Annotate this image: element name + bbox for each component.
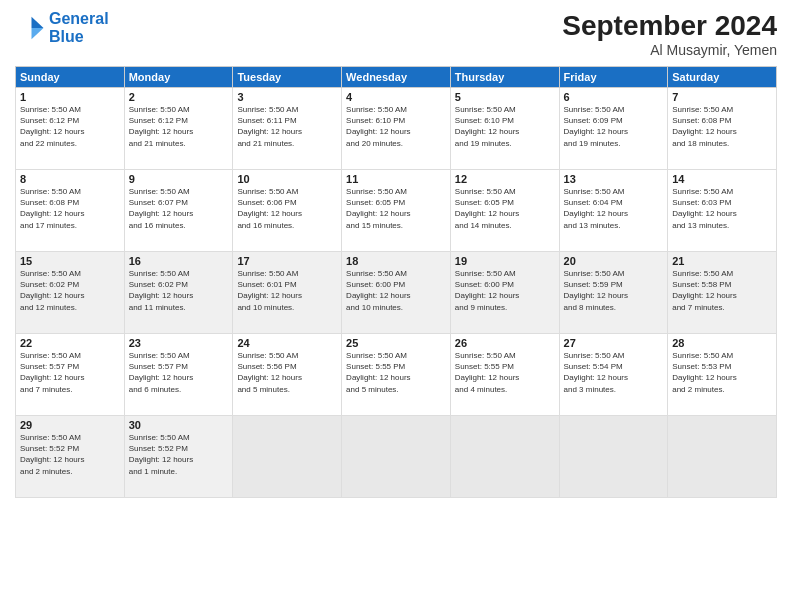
calendar-week-4: 22Sunrise: 5:50 AMSunset: 5:57 PMDayligh… bbox=[16, 334, 777, 416]
col-thursday: Thursday bbox=[450, 67, 559, 88]
day-30: 30Sunrise: 5:50 AMSunset: 5:52 PMDayligh… bbox=[124, 416, 233, 498]
day-22: 22Sunrise: 5:50 AMSunset: 5:57 PMDayligh… bbox=[16, 334, 125, 416]
day-1: 1Sunrise: 5:50 AMSunset: 6:12 PMDaylight… bbox=[16, 88, 125, 170]
day-7: 7Sunrise: 5:50 AMSunset: 6:08 PMDaylight… bbox=[668, 88, 777, 170]
day-27: 27Sunrise: 5:50 AMSunset: 5:54 PMDayligh… bbox=[559, 334, 668, 416]
day-28: 28Sunrise: 5:50 AMSunset: 5:53 PMDayligh… bbox=[668, 334, 777, 416]
col-sunday: Sunday bbox=[16, 67, 125, 88]
day-21: 21Sunrise: 5:50 AMSunset: 5:58 PMDayligh… bbox=[668, 252, 777, 334]
day-19: 19Sunrise: 5:50 AMSunset: 6:00 PMDayligh… bbox=[450, 252, 559, 334]
logo-icon bbox=[15, 13, 45, 43]
svg-marker-1 bbox=[32, 28, 44, 39]
day-25: 25Sunrise: 5:50 AMSunset: 5:55 PMDayligh… bbox=[342, 334, 451, 416]
day-20: 20Sunrise: 5:50 AMSunset: 5:59 PMDayligh… bbox=[559, 252, 668, 334]
day-10: 10Sunrise: 5:50 AMSunset: 6:06 PMDayligh… bbox=[233, 170, 342, 252]
day-empty bbox=[450, 416, 559, 498]
day-12: 12Sunrise: 5:50 AMSunset: 6:05 PMDayligh… bbox=[450, 170, 559, 252]
day-empty bbox=[559, 416, 668, 498]
day-15: 15Sunrise: 5:50 AMSunset: 6:02 PMDayligh… bbox=[16, 252, 125, 334]
day-4: 4Sunrise: 5:50 AMSunset: 6:10 PMDaylight… bbox=[342, 88, 451, 170]
calendar-week-3: 15Sunrise: 5:50 AMSunset: 6:02 PMDayligh… bbox=[16, 252, 777, 334]
day-empty bbox=[233, 416, 342, 498]
svg-marker-0 bbox=[32, 16, 44, 27]
logo-line2: Blue bbox=[49, 28, 84, 45]
day-18: 18Sunrise: 5:50 AMSunset: 6:00 PMDayligh… bbox=[342, 252, 451, 334]
col-friday: Friday bbox=[559, 67, 668, 88]
day-13: 13Sunrise: 5:50 AMSunset: 6:04 PMDayligh… bbox=[559, 170, 668, 252]
day-17: 17Sunrise: 5:50 AMSunset: 6:01 PMDayligh… bbox=[233, 252, 342, 334]
col-wednesday: Wednesday bbox=[342, 67, 451, 88]
day-5: 5Sunrise: 5:50 AMSunset: 6:10 PMDaylight… bbox=[450, 88, 559, 170]
day-empty bbox=[342, 416, 451, 498]
day-26: 26Sunrise: 5:50 AMSunset: 5:55 PMDayligh… bbox=[450, 334, 559, 416]
location: Al Musaymir, Yemen bbox=[562, 42, 777, 58]
col-monday: Monday bbox=[124, 67, 233, 88]
col-saturday: Saturday bbox=[668, 67, 777, 88]
day-2: 2Sunrise: 5:50 AMSunset: 6:12 PMDaylight… bbox=[124, 88, 233, 170]
header: General Blue September 2024 Al Musaymir,… bbox=[15, 10, 777, 58]
title-block: September 2024 Al Musaymir, Yemen bbox=[562, 10, 777, 58]
day-23: 23Sunrise: 5:50 AMSunset: 5:57 PMDayligh… bbox=[124, 334, 233, 416]
calendar-week-1: 1Sunrise: 5:50 AMSunset: 6:12 PMDaylight… bbox=[16, 88, 777, 170]
day-16: 16Sunrise: 5:50 AMSunset: 6:02 PMDayligh… bbox=[124, 252, 233, 334]
day-6: 6Sunrise: 5:50 AMSunset: 6:09 PMDaylight… bbox=[559, 88, 668, 170]
day-11: 11Sunrise: 5:50 AMSunset: 6:05 PMDayligh… bbox=[342, 170, 451, 252]
logo-text: General Blue bbox=[49, 10, 109, 45]
day-29: 29Sunrise: 5:50 AMSunset: 5:52 PMDayligh… bbox=[16, 416, 125, 498]
day-3: 3Sunrise: 5:50 AMSunset: 6:11 PMDaylight… bbox=[233, 88, 342, 170]
col-tuesday: Tuesday bbox=[233, 67, 342, 88]
calendar: Sunday Monday Tuesday Wednesday Thursday… bbox=[15, 66, 777, 498]
day-24: 24Sunrise: 5:50 AMSunset: 5:56 PMDayligh… bbox=[233, 334, 342, 416]
day-14: 14Sunrise: 5:50 AMSunset: 6:03 PMDayligh… bbox=[668, 170, 777, 252]
page: General Blue September 2024 Al Musaymir,… bbox=[0, 0, 792, 612]
day-8: 8Sunrise: 5:50 AMSunset: 6:08 PMDaylight… bbox=[16, 170, 125, 252]
logo-line1: General bbox=[49, 10, 109, 27]
calendar-week-5: 29Sunrise: 5:50 AMSunset: 5:52 PMDayligh… bbox=[16, 416, 777, 498]
day-9: 9Sunrise: 5:50 AMSunset: 6:07 PMDaylight… bbox=[124, 170, 233, 252]
month-title: September 2024 bbox=[562, 10, 777, 42]
calendar-week-2: 8Sunrise: 5:50 AMSunset: 6:08 PMDaylight… bbox=[16, 170, 777, 252]
logo: General Blue bbox=[15, 10, 109, 45]
day-empty bbox=[668, 416, 777, 498]
header-row: Sunday Monday Tuesday Wednesday Thursday… bbox=[16, 67, 777, 88]
